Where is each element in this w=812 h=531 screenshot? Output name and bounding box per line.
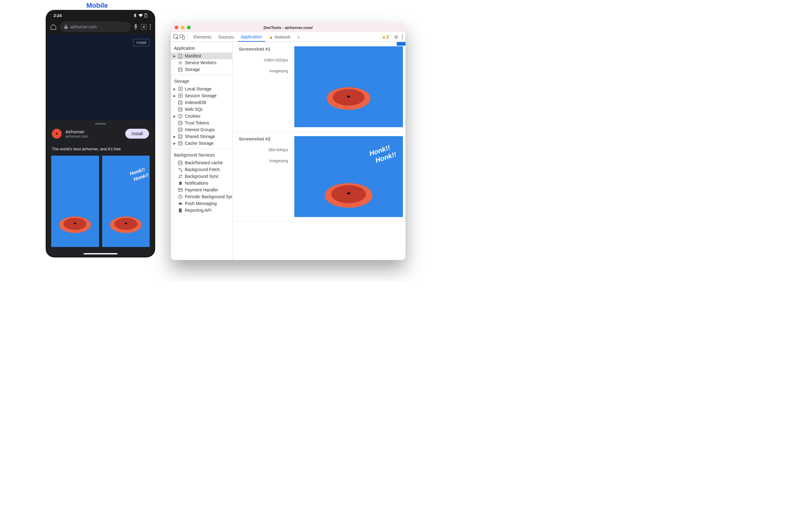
tab-overflow[interactable]: » xyxy=(294,32,303,42)
sidebar-item-shared-storage[interactable]: ▶Shared Storage xyxy=(171,133,232,140)
screenshot-thumb-2[interactable]: Honk!! Honk!! xyxy=(102,156,150,247)
overflow-menu-icon[interactable] xyxy=(150,24,151,30)
chrome-url-bar: airhorner.com 4 xyxy=(47,20,154,34)
svg-point-18 xyxy=(180,62,181,63)
database-icon xyxy=(178,160,183,165)
gear-icon[interactable] xyxy=(394,34,398,40)
url-text: airhorner.com xyxy=(70,24,97,29)
mic-icon[interactable] xyxy=(134,24,138,30)
android-status-bar: 2:24 xyxy=(47,11,154,20)
battery-icon xyxy=(144,13,147,18)
sidebar-item-push[interactable]: ▶Push Messaging xyxy=(171,200,232,207)
airhorn-graphic xyxy=(319,177,378,214)
warning-icon: ▲ xyxy=(269,34,273,40)
svg-rect-4 xyxy=(145,14,147,17)
grid-icon xyxy=(178,94,183,98)
clock-icon xyxy=(178,195,183,199)
bluetooth-icon xyxy=(134,13,137,18)
svg-rect-6 xyxy=(64,27,68,29)
screenshot-dimensions: 1080×1920px xyxy=(239,58,288,62)
database-icon xyxy=(178,121,183,125)
svg-rect-7 xyxy=(135,24,137,27)
tabs-button[interactable]: 4 xyxy=(141,24,147,30)
device-toggle-icon[interactable] xyxy=(179,34,185,40)
gear-icon xyxy=(178,60,183,65)
svg-point-9 xyxy=(150,26,151,27)
warning-badge[interactable]: ▲2 xyxy=(380,34,391,40)
window-titlebar: DevTools - airhorner.com/ xyxy=(171,23,405,32)
sidebar-heading-background: Background Services xyxy=(171,151,232,159)
android-nav-bar xyxy=(47,251,154,256)
close-button[interactable] xyxy=(175,26,178,29)
sidebar-item-indexeddb[interactable]: ▶IndexedDB xyxy=(171,99,232,106)
tab-network[interactable]: ▲ Network xyxy=(266,32,293,42)
tab-sources[interactable]: Sources xyxy=(215,32,237,42)
sidebar-item-reporting[interactable]: ▶Reporting API xyxy=(171,207,232,214)
sidebar-item-local-storage[interactable]: ▶Local Storage xyxy=(171,85,232,92)
screenshot-thumb-1[interactable] xyxy=(51,156,99,247)
app-name: Airhorner xyxy=(66,129,121,134)
app-icon xyxy=(52,129,62,139)
database-icon xyxy=(178,100,183,105)
inspect-icon[interactable] xyxy=(173,34,179,40)
screenshot-title: Screenshot #2 xyxy=(239,136,288,141)
transfer-icon xyxy=(178,167,183,172)
svg-rect-26 xyxy=(178,189,182,190)
svg-point-24 xyxy=(180,117,181,117)
svg-point-10 xyxy=(150,28,151,30)
tab-elements[interactable]: Elements xyxy=(190,32,214,42)
sidebar-item-session-storage[interactable]: ▶Session Storage xyxy=(171,92,232,99)
svg-point-16 xyxy=(402,37,403,37)
sidebar-item-bg-fetch[interactable]: ▶Background Fetch xyxy=(171,166,232,173)
sidebar-item-trust-tokens[interactable]: ▶Trust Tokens xyxy=(171,120,232,126)
minimize-button[interactable] xyxy=(181,26,185,29)
tab-application[interactable]: Application xyxy=(238,32,265,42)
document-icon xyxy=(178,208,183,213)
airhorn-graphic xyxy=(321,82,376,115)
cloud-icon xyxy=(178,201,183,206)
screenshot-mime: image/png xyxy=(239,69,288,73)
sheet-drag-handle[interactable] xyxy=(95,123,106,124)
card-icon xyxy=(178,188,183,192)
url-field[interactable]: airhorner.com xyxy=(60,22,130,32)
screenshot-mime: image/png xyxy=(239,158,288,163)
svg-rect-5 xyxy=(145,13,146,14)
sync-icon xyxy=(178,174,183,179)
svg-point-17 xyxy=(402,38,403,39)
window-title: DevTools - airhorner.com/ xyxy=(263,25,313,30)
install-chip[interactable]: Install xyxy=(133,39,150,46)
devtools-sidebar: Application ▶Manifest ▶Service Workers ▶… xyxy=(171,42,233,260)
sidebar-item-manifest[interactable]: ▶Manifest xyxy=(171,53,232,59)
screenshot-preview-2[interactable]: Honk!! Honk!! xyxy=(294,136,403,217)
sidebar-item-cache-storage[interactable]: ▶Cache Storage xyxy=(171,140,232,146)
database-icon xyxy=(178,134,183,139)
sidebar-heading-application: Application xyxy=(171,44,232,53)
sidebar-item-bg-sync[interactable]: ▶Background Sync xyxy=(171,173,232,180)
sidebar-item-periodic-sync[interactable]: ▶Periodic Background Sync xyxy=(171,193,232,200)
home-icon[interactable] xyxy=(50,24,57,30)
sidebar-item-interest-groups[interactable]: ▶Interest Groups xyxy=(171,126,232,133)
overflow-menu-icon[interactable] xyxy=(402,34,403,40)
maximize-button[interactable] xyxy=(187,26,191,29)
sidebar-item-storage[interactable]: ▶Storage xyxy=(171,66,232,73)
sidebar-item-notifications[interactable]: ▶Notifications xyxy=(171,180,232,186)
screenshot-preview-1[interactable] xyxy=(294,46,403,127)
install-button[interactable]: Install xyxy=(125,129,149,139)
traffic-lights xyxy=(175,26,191,29)
app-domain: airhorner.com xyxy=(66,134,121,139)
database-icon xyxy=(178,67,183,72)
sidebar-item-payment[interactable]: ▶Payment Handler xyxy=(171,186,232,193)
sidebar-item-cookies[interactable]: ▶Cookies xyxy=(171,113,232,120)
install-bottom-sheet: Airhorner airhorner.com Install The worl… xyxy=(47,120,154,256)
scroll-indicator xyxy=(397,42,405,46)
svg-point-8 xyxy=(150,24,151,25)
svg-point-21 xyxy=(179,114,182,118)
devtools-tab-bar: Elements Sources Application ▲ Network »… xyxy=(171,32,405,42)
screenshot-panel-2: Screenshot #2 360×640px image/png Honk!!… xyxy=(233,132,405,222)
wifi-icon xyxy=(138,14,143,17)
sidebar-item-websql[interactable]: ▶Web SQL xyxy=(171,106,232,113)
grid-icon xyxy=(178,87,183,92)
page-viewport: Install xyxy=(47,34,154,127)
sidebar-item-service-workers[interactable]: ▶Service Workers xyxy=(171,59,232,66)
sidebar-item-bfcache[interactable]: ▶Back/forward cache xyxy=(171,159,232,166)
